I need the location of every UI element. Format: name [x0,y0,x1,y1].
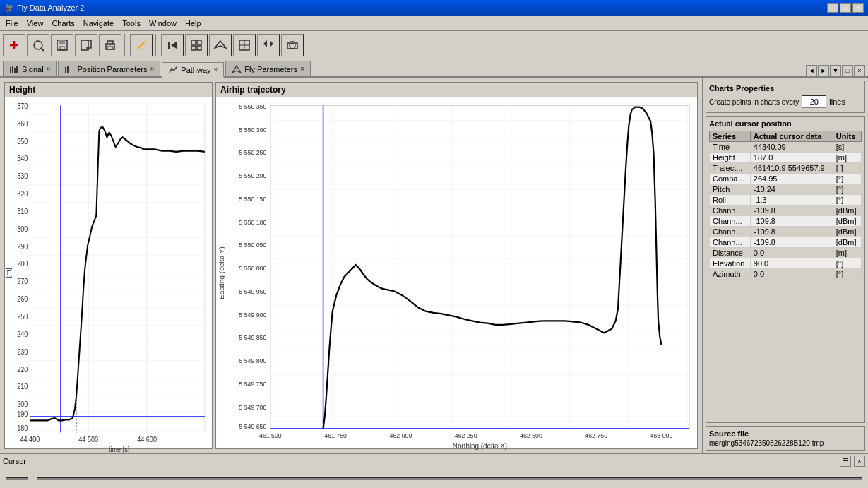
svg-line-3 [41,48,44,51]
slider-container[interactable] [3,470,865,487]
svg-marker-23 [270,40,273,47]
svg-text:462 000: 462 000 [390,432,412,439]
cursor-slider[interactable] [6,477,862,480]
svg-text:461 750: 461 750 [324,432,347,439]
app-title: Fly Data Analyzer 2 [17,4,84,12]
table-row: Chann...-109.8[dBm] [710,227,862,237]
toolbar-prev-btn[interactable] [161,34,184,56]
svg-rect-29 [65,67,66,73]
menu-window[interactable]: Window [145,18,181,29]
tab-pathway[interactable]: Pathway × [162,62,224,78]
toolbar-open-btn[interactable] [27,34,49,56]
cell-value: -109.8 [750,206,833,216]
create-points-label: Create points in charts every [709,98,799,106]
svg-rect-16 [191,46,196,50]
col-actual: Actual cursor data [750,131,833,142]
tabs-bar: Signal × Position Parameters × Pathway ×… [0,59,868,78]
tab-position-close[interactable]: × [150,65,154,73]
svg-rect-28 [16,66,18,73]
cell-series: Pitch [710,184,751,195]
svg-text:5 549 850: 5 549 850 [239,334,266,341]
cell-series: Roll [710,195,751,206]
svg-text:5 550 100: 5 550 100 [239,218,266,225]
toolbar-save-btn[interactable] [51,34,73,56]
toolbar-new-btn[interactable] [3,34,25,56]
svg-rect-27 [14,68,16,73]
charts-properties-title: Charts Properties [709,84,862,93]
tab-fly-label: Fly Parameters [244,65,297,73]
create-points-input[interactable] [802,95,826,108]
svg-text:[m]: [m] [5,268,12,278]
title-bar-left: 🪰 Fly Data Analyzer 2 [4,4,84,13]
slider-thumb[interactable] [28,475,37,484]
table-row: Chann...-109.8[dBm] [710,216,862,227]
toolbar-cam-btn[interactable] [281,34,304,56]
toolbar-print-btn[interactable] [99,34,121,56]
cell-units: [-] [833,163,861,174]
tab-next-btn[interactable]: ► [818,65,829,76]
svg-text:462 500: 462 500 [520,432,542,439]
close-btn[interactable]: × [852,3,864,13]
menu-help[interactable]: Help [181,18,206,29]
tab-close-all-btn[interactable]: × [854,65,865,76]
tab-pathway-close[interactable]: × [214,66,218,73]
toolbar-grid-btn[interactable] [185,34,208,56]
cursor-bar: Cursor ☰ × [0,453,868,488]
cell-value: 187.0 [750,153,833,163]
cursor-data-table: Series Actual cursor data Units Time4434… [709,131,862,280]
svg-text:5 549 750: 5 549 750 [239,381,266,388]
svg-text:310: 310 [17,207,28,215]
cell-series: Height [710,153,751,163]
svg-text:240: 240 [17,330,28,338]
svg-rect-30 [67,66,69,73]
tab-fly-close[interactable]: × [300,65,304,73]
svg-text:5 549 950: 5 549 950 [239,288,266,295]
col-series: Series [710,131,751,142]
svg-rect-7 [81,40,88,50]
svg-text:462 250: 462 250 [455,432,477,439]
minimize-btn[interactable]: _ [827,3,838,13]
menu-charts[interactable]: Charts [47,18,78,29]
tab-prev-btn[interactable]: ◄ [806,65,817,76]
tab-position[interactable]: Position Parameters × [58,61,160,76]
menu-tools[interactable]: Tools [118,18,145,29]
tab-fly[interactable]: Fly Parameters × [225,61,310,76]
toolbar-shrink-btn[interactable] [257,34,280,56]
table-row: Chann...-109.8[dBm] [710,206,862,216]
menu-navigate[interactable]: Navigate [79,18,118,29]
restore-btn[interactable]: □ [840,3,851,13]
toolbar-edit-btn[interactable] [130,34,153,56]
tab-signal-close[interactable]: × [47,65,51,73]
svg-text:260: 260 [17,295,28,304]
svg-point-2 [34,41,42,49]
svg-text:5 549 800: 5 549 800 [239,357,266,364]
toolbar-fly-btn[interactable] [209,34,232,56]
toolbar-export-btn[interactable] [75,34,97,56]
tab-menu-btn[interactable]: □ [842,65,853,76]
svg-text:300: 300 [17,225,28,233]
col-units: Units [833,131,861,142]
svg-rect-12 [168,42,170,49]
menu-view[interactable]: View [23,18,48,29]
svg-text:44 400: 44 400 [20,435,40,444]
cell-units: [dBm] [833,206,861,216]
table-row: Chann...-109.8[dBm] [710,237,862,248]
trajectory-chart-svg: 5 550 350 5 550 300 5 550 250 5 550 200 … [216,97,697,448]
title-bar-controls[interactable]: _ □ × [827,3,864,13]
svg-point-24 [290,43,295,49]
cell-value: -109.8 [750,237,833,248]
toolbar-sep1 [124,34,127,56]
create-points-unit: lines [829,97,845,106]
height-chart-title: Height [5,83,212,97]
app-icon: 🪰 [4,4,14,13]
svg-text:280: 280 [17,260,28,268]
menu-file[interactable]: File [1,18,23,29]
tab-signal[interactable]: Signal × [3,61,57,76]
cell-units: [dBm] [833,227,861,237]
cell-series: Azimuth [710,269,751,280]
main-area: Height 370 360 [0,78,868,453]
cursor-menu-btn[interactable]: ☰ [840,456,851,467]
cursor-close-btn[interactable]: × [854,456,865,467]
toolbar-expand-btn[interactable] [233,34,256,56]
tab-list-btn[interactable]: ▼ [830,65,841,76]
